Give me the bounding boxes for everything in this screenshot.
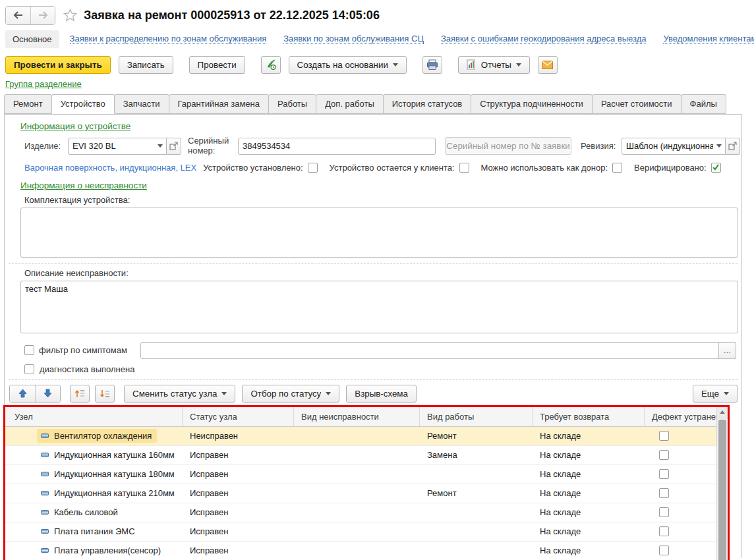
tab-device[interactable]: Устройство [51,94,115,114]
node-name: Индукционная катушка 160мм [54,450,175,460]
write-button[interactable]: Записать [119,56,173,74]
separation-group-link[interactable]: Группа разделение [5,79,82,89]
stays-with-client-checkbox[interactable] [459,163,469,173]
defect-fixed-checkbox[interactable] [659,469,669,479]
revision-combobox[interactable]: Шаблон (индукционная [622,138,726,155]
column-header-return[interactable]: Требует возврата [533,407,645,426]
fault-description-textarea[interactable] [20,281,738,333]
table-row[interactable]: Вентилятор охлаждения Неисправен Ремонт … [5,427,716,446]
tab-repair[interactable]: Ремонт [4,94,52,114]
table-row[interactable]: Индукционная катушка 160мм Исправен Заме… [5,446,716,465]
node-return: На складе [533,503,645,522]
product-open-button[interactable] [167,138,181,155]
related-links-bar: Основное Заявки к распределению по зонам… [0,28,754,50]
symptom-filter-input[interactable] [140,342,719,359]
revision-open-button[interactable] [726,138,740,155]
explosion-diagram-button[interactable]: Взрыв-схема [346,385,417,403]
post-and-close-button[interactable]: Провести и закрыть [5,56,111,74]
node-fault-type [294,465,420,484]
nav-link-geocoding-errors[interactable]: Заявки с ошибками геокодирования адреса … [441,34,646,44]
tab-spare-parts[interactable]: Запчасти [114,94,169,114]
create-on-basis-button[interactable]: Создать на основании [289,56,407,74]
fault-info-section-link[interactable]: Информация о неисправности [20,181,147,190]
move-bottom-icon [100,389,110,399]
open-form-icon [728,142,737,150]
node-name: Плата управления(сенсор) [54,546,161,555]
move-row-down-button[interactable] [35,385,60,402]
chevron-down-icon[interactable] [713,138,725,154]
diagnostics-checkbox[interactable] [24,364,34,374]
reports-button[interactable]: Отчеты [458,56,530,74]
post-button[interactable]: Провести [189,56,245,74]
node-status: Исправен [183,446,294,464]
back-arrow-icon [13,11,24,19]
symptom-filter-more-button[interactable]: ... [719,342,736,359]
serial-input[interactable] [238,138,436,155]
donor-checkbox[interactable] [612,163,622,173]
product-combobox[interactable]: EVI 320 BL [68,138,167,155]
table-scrollbar[interactable] [716,407,728,560]
filter-by-status-label: Отбор по статусу [250,389,321,399]
node-item-icon [41,452,49,458]
tab-works[interactable]: Работы [268,94,316,114]
more-button[interactable]: Еще [693,385,738,403]
favorite-star-icon[interactable] [63,9,77,22]
node-work-type [420,522,533,541]
filter-by-status-button[interactable]: Отбор по статусу [242,385,339,403]
change-node-status-button[interactable]: Сменить статус узла [124,385,235,403]
column-header-work-type[interactable]: Вид работы [420,407,533,426]
column-header-defect-fixed[interactable]: Дефект устранен [645,407,716,426]
table-row[interactable]: Плата питания ЭМС Исправен На складе [5,522,716,542]
tab-subordination-structure[interactable]: Структура подчиненности [471,94,593,114]
tab-cost-calculation[interactable]: Расчет стоимости [592,94,682,114]
mail-button[interactable] [538,56,558,74]
verified-checkbox[interactable] [711,163,721,173]
device-info-section-link[interactable]: Информация о устройстве [20,121,130,131]
defect-fixed-checkbox[interactable] [659,450,669,460]
node-status: Исправен [183,542,294,560]
column-header-node[interactable]: Узел [5,407,183,426]
nav-link-client-notifications[interactable]: Уведомления клиентам о и [663,34,754,44]
forward-button[interactable] [30,7,55,24]
chevron-down-icon [221,392,227,395]
column-header-status[interactable]: Статус узла [183,407,294,426]
serial-by-request-button[interactable]: Серийный номер по № заявки [445,137,571,155]
defect-fixed-checkbox[interactable] [659,546,669,555]
tab-status-history[interactable]: История статусов [383,94,472,114]
node-return: На складе [533,465,645,484]
scrollbar-thumb[interactable] [718,420,726,560]
defect-fixed-checkbox[interactable] [659,526,669,536]
move-to-bottom-button[interactable] [95,385,115,403]
defect-fixed-checkbox[interactable] [659,431,669,441]
nav-link-zones-sc[interactable]: Заявки по зонам обслуживания СЦ [283,34,424,44]
table-row[interactable]: Плата управления(сенсор) Исправен На скл… [5,542,716,560]
scroll-up-button[interactable] [717,407,728,418]
print-button[interactable] [422,56,442,74]
move-row-up-button[interactable] [10,385,35,402]
tab-extra-works[interactable]: Доп. работы [316,94,384,114]
table-row[interactable]: Индукционная катушка 210мм Исправен Ремо… [5,484,716,503]
table-row[interactable]: Кабель силовой Исправен На складе [5,503,716,522]
open-form-icon [169,142,178,150]
chevron-down-icon[interactable] [154,138,166,154]
device-category-link[interactable]: Варочная поверхность, индукционная, LEX [24,163,196,173]
column-header-fault-type[interactable]: Вид неисправности [294,407,420,426]
move-row-group [9,385,61,403]
nodes-table-container: Узел Статус узла Вид неисправности Вид р… [3,405,730,560]
equipment-textarea[interactable] [20,208,738,258]
symptom-filter-checkbox[interactable] [24,345,34,355]
nav-item-main[interactable]: Основное [5,30,59,48]
defect-fixed-checkbox[interactable] [659,488,669,498]
table-row[interactable]: Индукционная катушка 180мм Исправен На с… [5,465,716,484]
show-movements-button[interactable] [261,56,281,74]
verified-label: Верифицировано: [634,163,707,173]
tab-warranty-replacement[interactable]: Гарантийная замена [169,94,269,114]
nav-link-distribution-zones[interactable]: Заявки к распределению по зонам обслужив… [70,34,267,44]
back-button[interactable] [6,7,30,24]
move-to-top-button[interactable] [70,385,90,403]
chevron-down-icon [393,63,398,67]
defect-fixed-checkbox[interactable] [659,507,669,517]
node-return: На складе [533,522,645,541]
tab-files[interactable]: Файлы [681,94,726,114]
installed-checkbox[interactable] [308,163,318,173]
